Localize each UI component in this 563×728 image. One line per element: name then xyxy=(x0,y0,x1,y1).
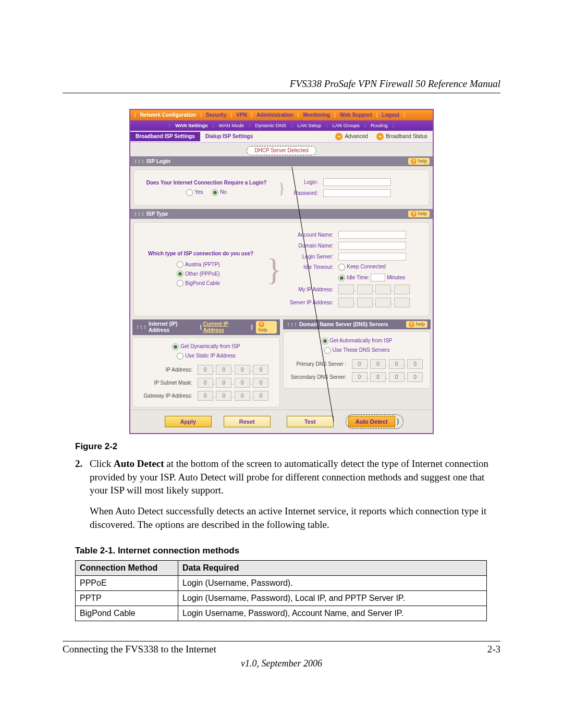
label-primary-dns: Primary DNS Server : xyxy=(289,358,349,370)
header-rule xyxy=(63,93,500,93)
radio-login-yes[interactable]: Yes xyxy=(186,189,203,195)
tab-bar: Broadband ISP Settings Dialup ISP Settin… xyxy=(130,131,433,143)
radio-ip-static[interactable]: Use Static IP Address xyxy=(136,351,276,361)
nav-web-support[interactable]: Web Support xyxy=(338,112,374,118)
link-current-ip[interactable]: Current IP Address xyxy=(203,321,250,334)
input-sdns-3[interactable] xyxy=(389,372,405,382)
nav-vpn[interactable]: VPN xyxy=(234,112,249,118)
input-sdns-2[interactable] xyxy=(370,372,386,382)
input-mask-3[interactable] xyxy=(235,378,250,388)
input-mask-2[interactable] xyxy=(216,378,231,388)
input-ip-2[interactable] xyxy=(216,365,231,375)
input-server-ip-4[interactable] xyxy=(394,298,410,307)
section-isp-login: ⋮⋮⋮ ISP Login ?help xyxy=(130,156,433,166)
section-dns-servers: ⋮⋮⋮ Domain Name Server (DNS) Servers ?he… xyxy=(283,319,431,329)
input-idle-minutes[interactable] xyxy=(371,274,385,281)
tab-broadband-isp-settings[interactable]: Broadband ISP Settings xyxy=(130,132,200,141)
input-ip-1[interactable] xyxy=(198,365,213,375)
input-mask-1[interactable] xyxy=(198,378,213,388)
radio-keep-connected[interactable]: Keep Connected xyxy=(338,264,386,269)
input-gw-1[interactable] xyxy=(198,391,213,401)
radio-bigpond-cable[interactable]: BigPond Cable xyxy=(177,279,261,288)
section-isp-type: ⋮⋮⋮ ISP Type ?help xyxy=(130,209,433,219)
input-server-ip-1[interactable] xyxy=(338,298,354,307)
grip-icon: ⋮⋮⋮ xyxy=(133,159,144,164)
radio-ip-dynamic[interactable]: Get Dynamically from ISP xyxy=(136,342,276,351)
input-gw-4[interactable] xyxy=(253,391,268,401)
label-my-ip: My IP Address: xyxy=(288,283,335,295)
step-number: 2. xyxy=(75,457,90,538)
radio-login-no[interactable]: No xyxy=(212,189,227,195)
grip-icon: ⋮⋮⋮ xyxy=(286,322,297,327)
input-account-name[interactable] xyxy=(338,231,406,239)
manual-title: FVS338 ProSafe VPN Firewall 50 Reference… xyxy=(63,78,500,90)
subnav-dynamic-dns[interactable]: Dynamic DNS xyxy=(253,122,288,128)
router-ui-figure: | Network Configuration| Security| VPN| … xyxy=(129,109,434,434)
radio-idle-time[interactable]: Idle Time: xyxy=(338,275,369,280)
subnav-routing[interactable]: Routing xyxy=(369,122,390,128)
table-row: BigPond CableLogin Username, Password), … xyxy=(76,606,487,621)
radio-austria-pptp[interactable]: Austria (PPTP) xyxy=(177,260,261,269)
nav-logout[interactable]: Logout xyxy=(380,112,401,118)
input-mask-4[interactable] xyxy=(253,378,268,388)
input-my-ip-1[interactable] xyxy=(338,285,354,294)
table-caption: Table 2-1. Internet connection methods xyxy=(75,546,500,556)
input-login-server[interactable] xyxy=(338,253,406,261)
help-isp-login[interactable]: ?help xyxy=(408,158,430,165)
nav-network-configuration[interactable]: Network Configuration xyxy=(138,112,199,118)
grip-icon: ⋮⋮⋮ xyxy=(133,212,144,217)
step-2: 2. Click Auto Detect at the bottom of th… xyxy=(75,457,500,538)
subnav-wan-mode[interactable]: WAN Mode xyxy=(217,122,246,128)
input-my-ip-4[interactable] xyxy=(394,285,410,294)
footer-page-number: 2-3 xyxy=(487,644,500,655)
panel-dns: Get Automatically from ISP Use These DNS… xyxy=(283,331,431,389)
help-icon: ? xyxy=(259,322,264,327)
radio-dns-auto[interactable]: Get Automatically from ISP xyxy=(287,336,427,346)
input-gw-3[interactable] xyxy=(235,391,250,401)
input-pdns-1[interactable] xyxy=(352,359,368,369)
input-my-ip-3[interactable] xyxy=(375,285,391,294)
radio-other-pppoe[interactable]: Other (PPPoE) xyxy=(177,269,261,279)
label-server-ip: Server IP Address: xyxy=(288,297,335,309)
label-password: Password: xyxy=(291,188,320,198)
help-dns[interactable]: ?help xyxy=(406,321,427,328)
nav-security[interactable]: Security xyxy=(204,112,228,118)
input-sdns-1[interactable] xyxy=(352,372,368,382)
input-pdns-3[interactable] xyxy=(389,359,405,369)
input-sdns-4[interactable] xyxy=(407,372,423,382)
subnav-lan-setup[interactable]: LAN Setup xyxy=(295,122,323,128)
auto-detect-callout: Auto Detect ) xyxy=(346,414,403,429)
input-my-ip-2[interactable] xyxy=(357,285,373,294)
dhcp-detected-callout: DHCP Server Detected xyxy=(247,146,316,155)
button-row: Apply Reset Test Auto Detect ) xyxy=(130,410,433,433)
isp-type-question: Which type of ISP connection do you use? xyxy=(140,251,261,257)
input-server-ip-3[interactable] xyxy=(375,298,391,307)
input-ip-4[interactable] xyxy=(253,365,268,375)
help-ip-address[interactable]: ?help xyxy=(256,321,277,334)
connection-methods-table: Connection Method Data Required PPPoELog… xyxy=(75,560,487,621)
label-gateway: Gateway IP Address: xyxy=(142,390,194,402)
nav-monitoring[interactable]: Monitoring xyxy=(301,112,332,118)
input-password[interactable] xyxy=(323,189,391,197)
input-login[interactable] xyxy=(323,178,391,186)
panel-isp-login: Does Your Internet Connection Require a … xyxy=(133,169,430,206)
label-login: Login: xyxy=(291,177,320,187)
link-broadband-status[interactable]: Broadband Status xyxy=(386,133,433,140)
auto-detect-button[interactable]: Auto Detect xyxy=(348,416,395,427)
input-gw-2[interactable] xyxy=(216,391,231,401)
input-ip-3[interactable] xyxy=(235,365,250,375)
tab-dialup-isp-settings[interactable]: Dialup ISP Settings xyxy=(200,132,259,141)
apply-button[interactable]: Apply xyxy=(165,416,212,427)
link-advanced[interactable]: Advanced xyxy=(345,133,373,140)
input-pdns-4[interactable] xyxy=(407,359,423,369)
nav-administration[interactable]: Administration xyxy=(254,112,296,118)
subnav-lan-groups[interactable]: LAN Groups xyxy=(330,122,361,128)
input-domain-name[interactable] xyxy=(338,242,406,250)
input-server-ip-2[interactable] xyxy=(357,298,373,307)
input-pdns-2[interactable] xyxy=(370,359,386,369)
subnav-wan-settings[interactable]: WAN Settings xyxy=(173,122,210,128)
radio-dns-manual[interactable]: Use These DNS Servers xyxy=(287,346,427,355)
help-isp-type[interactable]: ?help xyxy=(408,211,430,217)
test-button[interactable]: Test xyxy=(287,416,334,427)
reset-button[interactable]: Reset xyxy=(224,416,271,427)
